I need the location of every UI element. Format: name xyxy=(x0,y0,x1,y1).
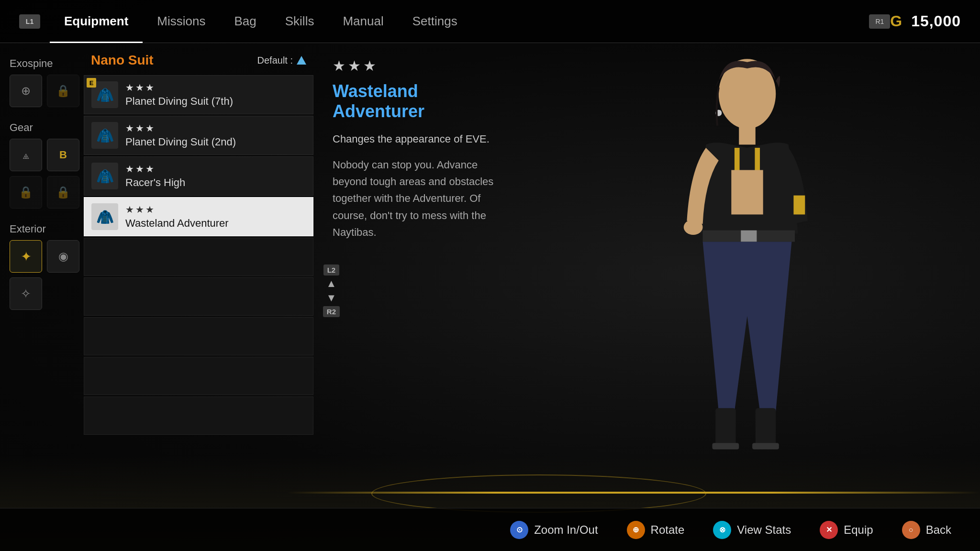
item-info-3: ★★★ Racer's High xyxy=(125,163,185,189)
main-content: Exospine ⊕ 🔒 Gear ⟁ B 🔒 xyxy=(0,43,980,551)
item-info-2: ★★★ Planet Diving Suit (2nd) xyxy=(125,122,236,148)
default-label: Default : xyxy=(257,55,293,66)
exterior-section: Exterior ✦ ◉ ✧ xyxy=(10,223,74,310)
item-info-4: ★★★ Wasteland Adventurer xyxy=(125,204,229,230)
scroll-up-arrow: ▲ xyxy=(326,277,337,290)
svg-point-4 xyxy=(684,220,703,235)
view-stats-button[interactable]: ⊗ View Stats xyxy=(713,521,791,539)
detail-desc2: Nobody can stop you. Advance beyond toug… xyxy=(333,156,495,241)
l1-badge: L1 xyxy=(19,14,40,29)
scroll-down-arrow: ▼ xyxy=(326,292,337,304)
svg-rect-5 xyxy=(793,196,805,215)
exterior-icon-1-active[interactable]: ✦ xyxy=(10,240,42,273)
item-icon-3: 🧥 xyxy=(91,163,118,189)
lock-icon-2: 🔒 xyxy=(19,186,33,199)
equip-badge: ✕ xyxy=(820,521,838,539)
item-stars-3: ★★★ xyxy=(125,163,185,175)
zoom-badge: ⊙ xyxy=(510,521,528,539)
exospine-icons: ⊕ 🔒 xyxy=(10,75,74,107)
top-navigation: L1 Equipment Missions Bag Skills Manual … xyxy=(0,0,980,43)
nav-tabs: Equipment Missions Bag Skills Manual Set… xyxy=(50,9,864,33)
gear-icon-4-locked: 🔒 xyxy=(47,176,79,209)
exterior-label: Exterior xyxy=(10,223,74,235)
equip-item-3[interactable]: 🧥 ★★★ Racer's High xyxy=(84,156,313,196)
svg-rect-10 xyxy=(756,408,776,446)
lock-icon: 🔒 xyxy=(56,84,70,98)
item-name-3: Racer's High xyxy=(125,176,185,189)
character-figure xyxy=(514,43,980,551)
l2-badge: L2 xyxy=(323,264,340,276)
exospine-label: Exospine xyxy=(10,57,74,70)
equip-item-empty-4 xyxy=(84,357,313,395)
detail-title: Wasteland Adventurer xyxy=(333,81,495,121)
equip-item-1[interactable]: E 🧥 ★★★ Planet Diving Suit (7th) xyxy=(84,75,313,114)
equipment-list-container: E 🧥 ★★★ Planet Diving Suit (7th) 🧥 ★★★ P… xyxy=(84,75,313,435)
back-button[interactable]: ○ Back xyxy=(902,521,951,539)
svg-rect-9 xyxy=(715,408,735,446)
gear-icon-2[interactable]: B xyxy=(47,139,79,171)
svg-rect-12 xyxy=(752,443,779,449)
tab-bag[interactable]: Bag xyxy=(220,9,270,33)
equip-item-empty-5 xyxy=(84,397,313,435)
bottom-action-bar: ⊙ Zoom In/Out ⊕ Rotate ⊗ View Stats ✕ Eq… xyxy=(0,508,980,551)
equip-item-empty-1 xyxy=(84,238,313,276)
item-icon-2: 🧥 xyxy=(91,122,118,149)
currency-display: G 15,000 xyxy=(890,12,961,30)
r2-badge: R2 xyxy=(323,306,340,317)
item-info-1: ★★★ Planet Diving Suit (7th) xyxy=(125,82,233,108)
blade-icon: ⟁ xyxy=(22,148,29,162)
tab-skills[interactable]: Skills xyxy=(271,9,329,33)
svg-rect-1 xyxy=(739,126,756,145)
panel-title: Nano Suit xyxy=(91,53,154,68)
svg-rect-11 xyxy=(712,443,739,449)
left-sidebar: Exospine ⊕ 🔒 Gear ⟁ B 🔒 xyxy=(0,43,84,551)
gear-label: Gear xyxy=(10,121,74,134)
gear-icon-1[interactable]: ⟁ xyxy=(10,139,42,171)
equip-item-empty-3 xyxy=(84,317,313,355)
gear-section: Gear ⟁ B 🔒 🔒 xyxy=(10,121,74,209)
tab-manual[interactable]: Manual xyxy=(328,9,398,33)
zoom-label: Zoom In/Out xyxy=(534,523,598,537)
rotate-button[interactable]: ⊕ Rotate xyxy=(627,521,685,539)
exterior-icon-3[interactable]: ✧ xyxy=(10,277,42,310)
svg-rect-6 xyxy=(731,170,763,215)
character-display xyxy=(514,43,980,551)
item-stars-1: ★★★ xyxy=(125,82,233,93)
person-icon: ✦ xyxy=(21,249,32,264)
scroll-indicator: L2 ▲ ▼ R2 xyxy=(323,264,340,317)
equip-button[interactable]: ✕ Equip xyxy=(820,521,873,539)
b-icon: B xyxy=(59,149,67,161)
item-stars-2: ★★★ xyxy=(125,122,236,134)
exospine-icon-2-locked: 🔒 xyxy=(47,75,79,107)
detail-panel: ★★★ Wasteland Adventurer Changes the app… xyxy=(313,43,514,551)
tab-equipment[interactable]: Equipment xyxy=(50,9,143,33)
gear-icon-3-locked: 🔒 xyxy=(10,176,42,209)
equip-item-4-selected[interactable]: 🧥 ★★★ Wasteland Adventurer xyxy=(84,197,313,236)
gear-icons: ⟁ B 🔒 🔒 xyxy=(10,139,74,209)
panel-header: Nano Suit Default : xyxy=(84,53,313,75)
equipped-badge: E xyxy=(87,78,96,88)
back-badge: ○ xyxy=(902,521,920,539)
zoom-button[interactable]: ⊙ Zoom In/Out xyxy=(510,521,598,539)
tab-missions[interactable]: Missions xyxy=(143,9,220,33)
currency-value: 15,000 xyxy=(911,12,961,30)
view-stats-badge: ⊗ xyxy=(713,521,731,539)
triangle-icon xyxy=(297,56,306,65)
default-button[interactable]: Default : xyxy=(257,55,306,66)
item-icon-4: 🧥 xyxy=(91,203,118,230)
equip-item-2[interactable]: 🧥 ★★★ Planet Diving Suit (2nd) xyxy=(84,116,313,155)
exospine-icon-1[interactable]: ⊕ xyxy=(10,75,42,107)
exterior-icon-2[interactable]: ◉ xyxy=(47,240,79,273)
tab-settings[interactable]: Settings xyxy=(398,9,472,33)
shield-icon: ⊕ xyxy=(21,84,31,98)
equipment-panel: Nano Suit Default : E 🧥 ★★★ Planet Divin… xyxy=(84,43,313,551)
exospine-section: Exospine ⊕ 🔒 xyxy=(10,57,74,107)
detail-desc1: Changes the appearance of EVE. xyxy=(333,131,495,147)
rotate-label: Rotate xyxy=(651,523,685,537)
exterior-icons: ✦ ◉ ✧ xyxy=(10,240,74,310)
equip-label: Equip xyxy=(844,523,873,537)
equipment-list: E 🧥 ★★★ Planet Diving Suit (7th) 🧥 ★★★ P… xyxy=(84,75,313,435)
detail-stars: ★★★ xyxy=(333,57,495,74)
lock-icon-3: 🔒 xyxy=(56,186,70,199)
item-stars-4: ★★★ xyxy=(125,204,229,215)
